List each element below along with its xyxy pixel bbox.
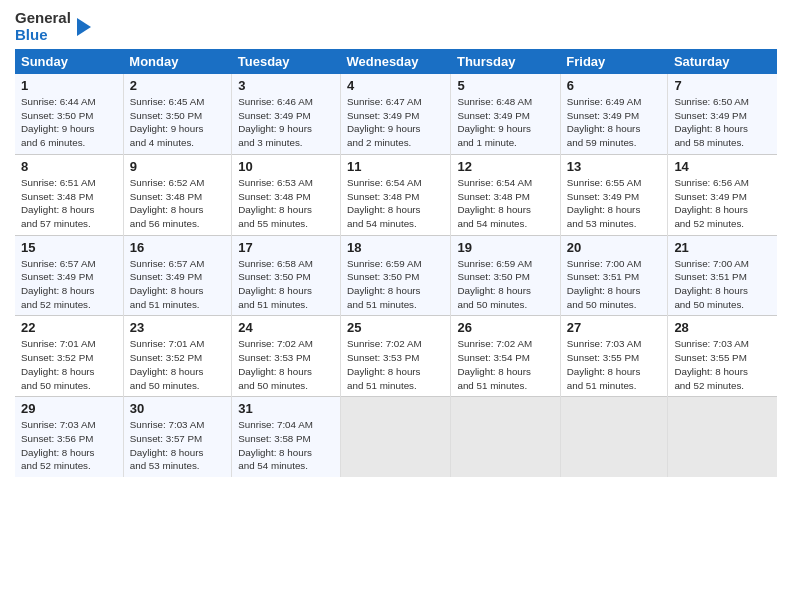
day-number: 27 <box>567 320 662 335</box>
calendar-cell: 13Sunrise: 6:55 AMSunset: 3:49 PMDayligh… <box>560 154 668 235</box>
calendar-cell <box>560 397 668 477</box>
day-number: 9 <box>130 159 225 174</box>
day-info: Sunrise: 6:59 AMSunset: 3:50 PMDaylight:… <box>347 257 444 312</box>
calendar-cell: 23Sunrise: 7:01 AMSunset: 3:52 PMDayligh… <box>123 316 231 397</box>
day-info: Sunrise: 6:59 AMSunset: 3:50 PMDaylight:… <box>457 257 553 312</box>
weekday-header-tuesday: Tuesday <box>232 49 341 74</box>
day-info: Sunrise: 6:44 AMSunset: 3:50 PMDaylight:… <box>21 95 117 150</box>
calendar-cell: 11Sunrise: 6:54 AMSunset: 3:48 PMDayligh… <box>341 154 451 235</box>
svg-marker-0 <box>77 18 91 36</box>
day-info: Sunrise: 6:51 AMSunset: 3:48 PMDaylight:… <box>21 176 117 231</box>
calendar-cell: 28Sunrise: 7:03 AMSunset: 3:55 PMDayligh… <box>668 316 777 397</box>
calendar-cell: 25Sunrise: 7:02 AMSunset: 3:53 PMDayligh… <box>341 316 451 397</box>
weekday-header-wednesday: Wednesday <box>341 49 451 74</box>
day-number: 17 <box>238 240 334 255</box>
day-info: Sunrise: 7:04 AMSunset: 3:58 PMDaylight:… <box>238 418 334 473</box>
calendar-cell: 20Sunrise: 7:00 AMSunset: 3:51 PMDayligh… <box>560 235 668 316</box>
day-number: 16 <box>130 240 225 255</box>
calendar-cell: 29Sunrise: 7:03 AMSunset: 3:56 PMDayligh… <box>15 397 123 477</box>
calendar-cell <box>668 397 777 477</box>
calendar-cell: 26Sunrise: 7:02 AMSunset: 3:54 PMDayligh… <box>451 316 560 397</box>
day-number: 6 <box>567 78 662 93</box>
day-number: 31 <box>238 401 334 416</box>
calendar-table: SundayMondayTuesdayWednesdayThursdayFrid… <box>15 49 777 477</box>
day-number: 1 <box>21 78 117 93</box>
calendar-cell: 17Sunrise: 6:58 AMSunset: 3:50 PMDayligh… <box>232 235 341 316</box>
calendar-cell: 6Sunrise: 6:49 AMSunset: 3:49 PMDaylight… <box>560 74 668 154</box>
day-info: Sunrise: 6:57 AMSunset: 3:49 PMDaylight:… <box>21 257 117 312</box>
calendar-cell: 5Sunrise: 6:48 AMSunset: 3:49 PMDaylight… <box>451 74 560 154</box>
calendar-cell: 22Sunrise: 7:01 AMSunset: 3:52 PMDayligh… <box>15 316 123 397</box>
page-header: General Blue <box>15 10 777 43</box>
calendar-cell: 30Sunrise: 7:03 AMSunset: 3:57 PMDayligh… <box>123 397 231 477</box>
day-info: Sunrise: 6:58 AMSunset: 3:50 PMDaylight:… <box>238 257 334 312</box>
calendar-cell: 16Sunrise: 6:57 AMSunset: 3:49 PMDayligh… <box>123 235 231 316</box>
logo-blue: Blue <box>15 27 71 44</box>
day-number: 25 <box>347 320 444 335</box>
day-info: Sunrise: 7:00 AMSunset: 3:51 PMDaylight:… <box>567 257 662 312</box>
calendar-cell: 4Sunrise: 6:47 AMSunset: 3:49 PMDaylight… <box>341 74 451 154</box>
day-number: 18 <box>347 240 444 255</box>
day-number: 19 <box>457 240 553 255</box>
day-number: 28 <box>674 320 771 335</box>
day-number: 22 <box>21 320 117 335</box>
calendar-cell: 14Sunrise: 6:56 AMSunset: 3:49 PMDayligh… <box>668 154 777 235</box>
day-number: 5 <box>457 78 553 93</box>
day-info: Sunrise: 6:52 AMSunset: 3:48 PMDaylight:… <box>130 176 225 231</box>
calendar-week-row: 8Sunrise: 6:51 AMSunset: 3:48 PMDaylight… <box>15 154 777 235</box>
weekday-header-sunday: Sunday <box>15 49 123 74</box>
day-number: 20 <box>567 240 662 255</box>
day-number: 4 <box>347 78 444 93</box>
day-number: 23 <box>130 320 225 335</box>
calendar-cell <box>451 397 560 477</box>
day-info: Sunrise: 6:46 AMSunset: 3:49 PMDaylight:… <box>238 95 334 150</box>
calendar-cell: 18Sunrise: 6:59 AMSunset: 3:50 PMDayligh… <box>341 235 451 316</box>
day-number: 2 <box>130 78 225 93</box>
day-info: Sunrise: 7:03 AMSunset: 3:56 PMDaylight:… <box>21 418 117 473</box>
calendar-cell <box>341 397 451 477</box>
calendar-cell: 9Sunrise: 6:52 AMSunset: 3:48 PMDaylight… <box>123 154 231 235</box>
day-info: Sunrise: 7:02 AMSunset: 3:54 PMDaylight:… <box>457 337 553 392</box>
weekday-header-monday: Monday <box>123 49 231 74</box>
day-info: Sunrise: 6:49 AMSunset: 3:49 PMDaylight:… <box>567 95 662 150</box>
logo-chevron-icon <box>73 16 95 38</box>
calendar-cell: 21Sunrise: 7:00 AMSunset: 3:51 PMDayligh… <box>668 235 777 316</box>
calendar-cell: 24Sunrise: 7:02 AMSunset: 3:53 PMDayligh… <box>232 316 341 397</box>
day-info: Sunrise: 7:01 AMSunset: 3:52 PMDaylight:… <box>130 337 225 392</box>
weekday-header-saturday: Saturday <box>668 49 777 74</box>
day-number: 21 <box>674 240 771 255</box>
day-info: Sunrise: 6:47 AMSunset: 3:49 PMDaylight:… <box>347 95 444 150</box>
day-number: 13 <box>567 159 662 174</box>
day-info: Sunrise: 7:03 AMSunset: 3:55 PMDaylight:… <box>674 337 771 392</box>
logo: General Blue <box>15 10 95 43</box>
day-info: Sunrise: 6:57 AMSunset: 3:49 PMDaylight:… <box>130 257 225 312</box>
day-info: Sunrise: 6:54 AMSunset: 3:48 PMDaylight:… <box>457 176 553 231</box>
day-info: Sunrise: 6:53 AMSunset: 3:48 PMDaylight:… <box>238 176 334 231</box>
weekday-header-thursday: Thursday <box>451 49 560 74</box>
day-info: Sunrise: 7:02 AMSunset: 3:53 PMDaylight:… <box>347 337 444 392</box>
calendar-cell: 12Sunrise: 6:54 AMSunset: 3:48 PMDayligh… <box>451 154 560 235</box>
calendar-cell: 15Sunrise: 6:57 AMSunset: 3:49 PMDayligh… <box>15 235 123 316</box>
logo-general: General <box>15 10 71 27</box>
day-number: 10 <box>238 159 334 174</box>
calendar-cell: 1Sunrise: 6:44 AMSunset: 3:50 PMDaylight… <box>15 74 123 154</box>
day-info: Sunrise: 6:56 AMSunset: 3:49 PMDaylight:… <box>674 176 771 231</box>
calendar-week-row: 15Sunrise: 6:57 AMSunset: 3:49 PMDayligh… <box>15 235 777 316</box>
day-info: Sunrise: 7:00 AMSunset: 3:51 PMDaylight:… <box>674 257 771 312</box>
day-number: 8 <box>21 159 117 174</box>
day-info: Sunrise: 6:54 AMSunset: 3:48 PMDaylight:… <box>347 176 444 231</box>
calendar-cell: 31Sunrise: 7:04 AMSunset: 3:58 PMDayligh… <box>232 397 341 477</box>
day-number: 11 <box>347 159 444 174</box>
calendar-cell: 8Sunrise: 6:51 AMSunset: 3:48 PMDaylight… <box>15 154 123 235</box>
calendar-cell: 10Sunrise: 6:53 AMSunset: 3:48 PMDayligh… <box>232 154 341 235</box>
weekday-header-friday: Friday <box>560 49 668 74</box>
day-number: 3 <box>238 78 334 93</box>
day-info: Sunrise: 7:03 AMSunset: 3:55 PMDaylight:… <box>567 337 662 392</box>
day-number: 14 <box>674 159 771 174</box>
day-number: 30 <box>130 401 225 416</box>
day-info: Sunrise: 7:01 AMSunset: 3:52 PMDaylight:… <box>21 337 117 392</box>
day-number: 29 <box>21 401 117 416</box>
weekday-header-row: SundayMondayTuesdayWednesdayThursdayFrid… <box>15 49 777 74</box>
calendar-cell: 7Sunrise: 6:50 AMSunset: 3:49 PMDaylight… <box>668 74 777 154</box>
day-number: 7 <box>674 78 771 93</box>
